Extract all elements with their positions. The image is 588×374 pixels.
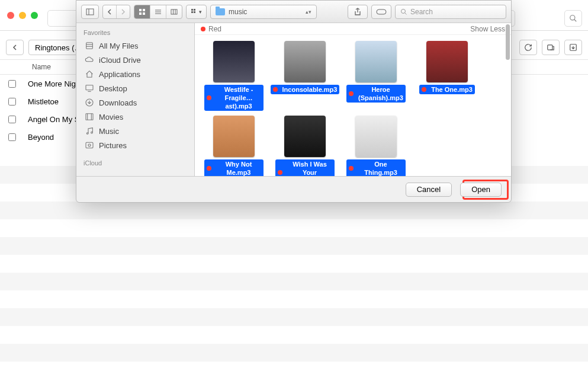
chevron-right-icon xyxy=(121,9,126,15)
view-icons[interactable] xyxy=(134,5,150,18)
file-label: One Thing.mp3 xyxy=(346,159,406,176)
sidebar-item-movies[interactable]: Movies xyxy=(76,110,194,124)
search-placeholder: Search xyxy=(410,8,433,16)
svg-point-32 xyxy=(86,133,88,135)
show-less-button[interactable]: Show Less xyxy=(470,25,505,33)
search-icon xyxy=(400,8,407,15)
sidebar-item-applications[interactable]: Applications xyxy=(76,67,194,81)
view-seg[interactable] xyxy=(134,5,182,19)
close-icon[interactable] xyxy=(7,12,14,19)
file-grid: Westlife - Fragile…ast).mp3 Inconsolable… xyxy=(195,35,511,176)
svg-rect-9 xyxy=(143,12,145,15)
refresh-button[interactable] xyxy=(519,40,537,55)
sidebar-item-desktop[interactable]: Desktop xyxy=(76,81,194,95)
zoom-icon[interactable] xyxy=(31,12,38,19)
row-checkbox[interactable] xyxy=(8,133,16,141)
svg-point-33 xyxy=(91,132,93,133)
sidebar-item-downloads[interactable]: Downloads xyxy=(76,95,194,110)
music-icon xyxy=(85,126,94,136)
dialog-toolbar: ▾ music ▴▾ Search xyxy=(76,1,511,23)
file-browser: Red Show Less Westlife - Fragile…ast).mp… xyxy=(195,23,511,176)
svg-rect-6 xyxy=(139,9,142,11)
col-name[interactable]: Name xyxy=(24,63,59,71)
list-icon xyxy=(155,8,162,15)
sidebar-item-pictures[interactable]: Pictures xyxy=(76,138,194,152)
file-item[interactable]: Wish I Was Your Lover.mp3 xyxy=(275,116,335,176)
grid-icon xyxy=(139,8,146,15)
tags-button[interactable] xyxy=(371,5,391,19)
svg-rect-7 xyxy=(143,9,145,11)
arrange-icon xyxy=(191,8,199,15)
export-button[interactable] xyxy=(542,40,560,55)
cloud-icon xyxy=(85,55,94,65)
back-button[interactable] xyxy=(6,40,24,55)
import-button[interactable] xyxy=(564,40,582,55)
share-icon xyxy=(354,8,361,16)
sidebar-item-icloud-drive[interactable]: iCloud Drive xyxy=(76,53,194,67)
dialog-footer: Cancel Open xyxy=(76,176,511,202)
file-item[interactable]: Inconsolable.mp3 xyxy=(275,41,335,111)
file-label: Westlife - Fragile…ast).mp3 xyxy=(204,85,264,111)
search-field[interactable]: Search xyxy=(395,5,506,19)
svg-rect-13 xyxy=(171,9,177,14)
nav-back[interactable] xyxy=(103,5,117,18)
sidebar-item-all-my-files[interactable]: All My Files xyxy=(76,39,194,53)
svg-rect-17 xyxy=(194,9,195,11)
import-icon xyxy=(569,43,577,52)
file-thumbnail xyxy=(284,116,326,157)
nav-seg[interactable] xyxy=(102,5,130,19)
sidebar: Favorites All My Files iCloud Drive Appl… xyxy=(76,23,195,176)
path-popup[interactable]: music ▴▾ xyxy=(210,5,317,19)
folder-icon xyxy=(216,8,225,15)
desktop-icon xyxy=(85,84,94,93)
svg-rect-26 xyxy=(86,85,93,90)
tag-label: Red xyxy=(208,25,221,33)
sidebar-item-music[interactable]: Music xyxy=(76,124,194,138)
row-checkbox[interactable] xyxy=(8,80,16,88)
file-thumbnail xyxy=(355,116,397,157)
all-files-icon xyxy=(85,41,94,50)
svg-line-1 xyxy=(574,20,577,22)
chevron-left-icon xyxy=(12,44,18,50)
arrange-button[interactable]: ▾ xyxy=(187,5,206,18)
tag-header: Red Show Less xyxy=(195,23,511,35)
tag-icon xyxy=(376,9,387,15)
svg-rect-8 xyxy=(139,12,142,15)
svg-point-35 xyxy=(88,144,91,146)
svg-line-22 xyxy=(405,12,407,14)
file-label: Inconsolable.mp3 xyxy=(271,85,340,94)
export-icon xyxy=(547,43,555,52)
file-item[interactable]: Heroe (Spanish).mp3 xyxy=(346,41,406,111)
movies-icon xyxy=(85,112,94,122)
window-controls[interactable] xyxy=(7,12,38,19)
chevron-left-icon xyxy=(107,9,112,15)
svg-rect-23 xyxy=(86,43,93,49)
file-item[interactable]: The One.mp3 xyxy=(417,41,477,111)
view-columns[interactable] xyxy=(166,5,182,18)
row-checkbox[interactable] xyxy=(8,98,16,106)
file-item[interactable]: Westlife - Fragile…ast).mp3 xyxy=(204,41,264,111)
scrollbar[interactable] xyxy=(506,24,510,60)
file-label: The One.mp3 xyxy=(419,85,475,94)
cancel-button[interactable]: Cancel xyxy=(406,183,452,197)
file-item[interactable]: One Thing.mp3 xyxy=(346,116,406,176)
share-button[interactable] xyxy=(348,5,368,19)
file-thumbnail xyxy=(355,41,397,82)
nav-fwd[interactable] xyxy=(117,5,130,18)
view-list[interactable] xyxy=(150,5,166,18)
path-label: music xyxy=(229,8,247,16)
sidebar-heading-icloud: iCloud xyxy=(76,157,194,169)
open-button[interactable]: Open xyxy=(460,183,502,197)
red-tag-icon xyxy=(201,27,205,31)
sidebar-toggle[interactable] xyxy=(81,5,99,19)
open-file-dialog: ▾ music ▴▾ Search Favorites All My Files… xyxy=(76,0,512,203)
minimize-icon[interactable] xyxy=(19,12,26,19)
row-checkbox[interactable] xyxy=(8,116,16,123)
applications-icon xyxy=(85,69,94,79)
svg-rect-4 xyxy=(86,9,94,15)
search-button[interactable] xyxy=(564,10,582,27)
svg-rect-19 xyxy=(194,11,195,13)
file-item[interactable]: Why Not Me.mp3 xyxy=(204,116,264,176)
arrange-seg[interactable]: ▾ xyxy=(186,5,207,19)
svg-rect-2 xyxy=(548,45,552,50)
